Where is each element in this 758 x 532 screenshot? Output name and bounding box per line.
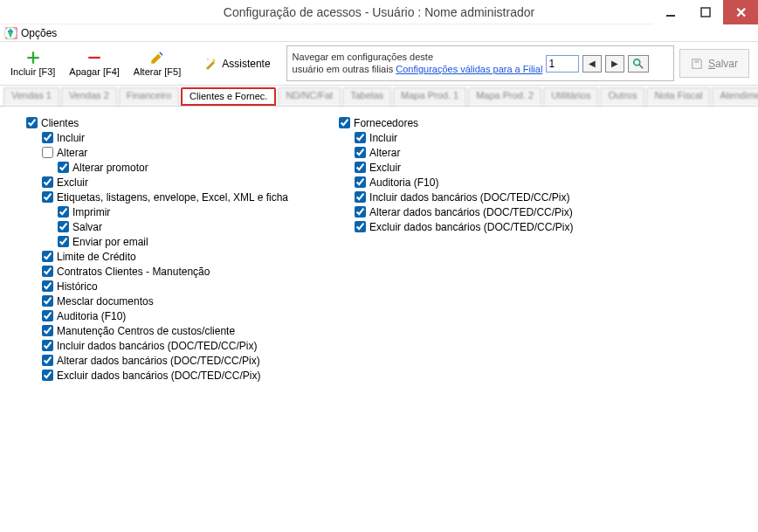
tab-mapa1[interactable]: Mapa Prod. 1 xyxy=(393,87,466,106)
chk-etiquetas[interactable] xyxy=(42,191,53,203)
nav-search-button[interactable] xyxy=(628,55,649,73)
chk-clientes[interactable] xyxy=(26,117,38,128)
chk-cli-excluir-banc[interactable] xyxy=(42,370,53,381)
tab-vendas1[interactable]: Vendas 1 xyxy=(3,87,59,106)
svg-rect-0 xyxy=(666,15,675,17)
lbl-auditoria-cli: Auditoria (F10) xyxy=(57,310,126,322)
lbl-cli-excluir-banc: Excluir dados bancários (DOC/TED/CC/Pix) xyxy=(57,370,260,382)
minus-icon xyxy=(86,50,102,66)
tab-ndncfat[interactable]: ND/NC/Fat xyxy=(278,87,341,106)
lbl-alterar-promotor: Alterar promotor xyxy=(72,162,148,174)
plus-icon xyxy=(25,50,41,66)
chk-fornecedores[interactable] xyxy=(339,117,350,128)
tab-mapa2[interactable]: Mapa Prod. 2 xyxy=(468,87,541,106)
fornecedores-column: Fornecedores Incluir Alterar Excluir Aud… xyxy=(323,115,573,383)
nav-next-button[interactable]: ▶ xyxy=(605,55,624,73)
lbl-clientes-incluir: Incluir xyxy=(57,132,85,144)
lbl-enviar-email: Enviar por email xyxy=(72,236,148,248)
clientes-column: Clientes Incluir Alterar Alterar promoto… xyxy=(10,115,288,383)
chk-clientes-excluir[interactable] xyxy=(42,176,53,188)
tab-utilitarios[interactable]: Utilitários xyxy=(543,87,598,106)
edit-button[interactable]: Alterar [F5] xyxy=(127,44,188,83)
chk-enviar-email[interactable] xyxy=(58,236,69,247)
chk-clientes-alterar[interactable] xyxy=(42,147,53,158)
nav-box: Navegar em configurações deste usuário e… xyxy=(286,45,674,81)
chk-forn-incluir-banc[interactable] xyxy=(355,191,366,203)
menu-options[interactable]: Opções xyxy=(21,27,57,39)
nav-prev-button[interactable]: ◀ xyxy=(582,55,602,73)
chk-auditoria-cli[interactable] xyxy=(42,310,53,321)
svg-rect-11 xyxy=(694,59,699,63)
svg-point-10 xyxy=(634,59,640,65)
tabstrip: Vendas 1 Vendas 2 Financeiro Clientes e … xyxy=(0,86,758,107)
lbl-forn-incluir-banc: Incluir dados bancários (DOC/TED/CC/Pix) xyxy=(369,191,569,204)
lbl-centros-custo: Manutenção Centros de custos/cliente xyxy=(57,325,235,337)
delete-label: Apagar [F4] xyxy=(69,66,119,77)
tab-notafiscal[interactable]: Nota Fiscal xyxy=(646,87,710,106)
chk-imprimir[interactable] xyxy=(58,206,69,218)
nav-link[interactable]: Configurações válidas para a Filial xyxy=(396,64,542,74)
app-logo-icon xyxy=(3,26,17,40)
floppy-icon xyxy=(691,58,703,70)
lbl-fornecedores: Fornecedores xyxy=(354,117,418,129)
save-button[interactable]: SSalvaralvar xyxy=(679,49,749,78)
window-title: Configuração de acessos - Usuário : Nome… xyxy=(224,5,534,19)
lbl-clientes-excluir: Excluir xyxy=(57,176,88,189)
chk-limite-credito[interactable] xyxy=(42,251,53,262)
chk-mesclar[interactable] xyxy=(42,295,53,307)
minimize-button[interactable] xyxy=(653,0,688,24)
include-label: Incluir [F3] xyxy=(10,66,55,77)
include-button[interactable]: Incluir [F3] xyxy=(3,44,62,83)
chk-centros-custo[interactable] xyxy=(42,325,53,336)
close-button[interactable]: ✕ xyxy=(723,0,758,24)
delete-button[interactable]: Apagar [F4] xyxy=(62,44,126,83)
svg-rect-7 xyxy=(88,57,100,59)
chk-forn-alterar[interactable] xyxy=(355,147,366,158)
lbl-forn-excluir: Excluir xyxy=(369,162,401,174)
lbl-imprimir: Imprimir xyxy=(72,206,110,218)
nav-text: Navegar em configurações deste usuário e… xyxy=(293,52,543,74)
lbl-salvar-opt: Salvar xyxy=(72,221,102,233)
chk-forn-incluir[interactable] xyxy=(355,132,366,143)
svg-rect-1 xyxy=(701,8,710,17)
lbl-contratos: Contratos Clientes - Manutenção xyxy=(57,266,210,278)
chk-contratos[interactable] xyxy=(42,266,53,277)
tab-vendas2[interactable]: Vendas 2 xyxy=(61,87,117,106)
titlebar: Configuração de acessos - Usuário : Nome… xyxy=(0,0,758,24)
chk-forn-alterar-banc[interactable] xyxy=(355,206,366,218)
lbl-mesclar: Mesclar documentos xyxy=(57,295,154,307)
tab-outros[interactable]: Outros xyxy=(600,87,644,106)
chk-forn-excluir-banc[interactable] xyxy=(355,221,366,232)
wand-icon xyxy=(203,57,217,71)
tab-atendimentos[interactable]: Atendimentos/Filas xyxy=(712,87,758,106)
maximize-button[interactable] xyxy=(688,0,723,24)
toolbar: Incluir [F3] Apagar [F4] Alterar [F5] As… xyxy=(0,42,758,86)
tab-tabelas[interactable]: Tabelas xyxy=(342,87,391,106)
edit-label: Alterar [F5] xyxy=(134,66,181,77)
lbl-etiquetas: Etiquetas, listagens, envelope, Excel, X… xyxy=(57,191,288,204)
tab-financeiro[interactable]: Financeiro xyxy=(119,87,179,106)
lbl-cli-alterar-banc: Alterar dados bancários (DOC/TED/CC/Pix) xyxy=(57,355,260,367)
tab-clientes-fornec[interactable]: Clientes e Fornec. xyxy=(181,87,276,106)
save-label: SSalvaralvar xyxy=(708,58,738,70)
chk-historico[interactable] xyxy=(42,280,53,292)
lbl-forn-auditoria: Auditoria (F10) xyxy=(369,176,438,189)
lbl-clientes: Clientes xyxy=(41,117,79,129)
window-controls: ✕ xyxy=(653,0,758,24)
chk-forn-excluir[interactable] xyxy=(355,162,366,173)
content: Clientes Incluir Alterar Alterar promoto… xyxy=(0,107,758,391)
nav-line1: Navegar em configurações deste xyxy=(293,52,543,63)
chk-alterar-promotor[interactable] xyxy=(58,162,69,173)
chk-cli-incluir-banc[interactable] xyxy=(42,340,53,351)
lbl-cli-incluir-banc: Incluir dados bancários (DOC/TED/CC/Pix) xyxy=(57,340,257,352)
assistant-button[interactable]: Assistente xyxy=(188,44,286,83)
chk-salvar-opt[interactable] xyxy=(58,221,69,232)
chk-forn-auditoria[interactable] xyxy=(355,176,366,188)
assistant-label: Assistente xyxy=(222,58,270,70)
filial-input[interactable] xyxy=(546,55,579,73)
chk-cli-alterar-banc[interactable] xyxy=(42,355,53,366)
nav-line2-prefix: usuário em outras filiais xyxy=(293,64,394,74)
lbl-historico: Histórico xyxy=(57,280,98,293)
chk-clientes-incluir[interactable] xyxy=(42,132,53,143)
svg-point-9 xyxy=(207,59,209,60)
